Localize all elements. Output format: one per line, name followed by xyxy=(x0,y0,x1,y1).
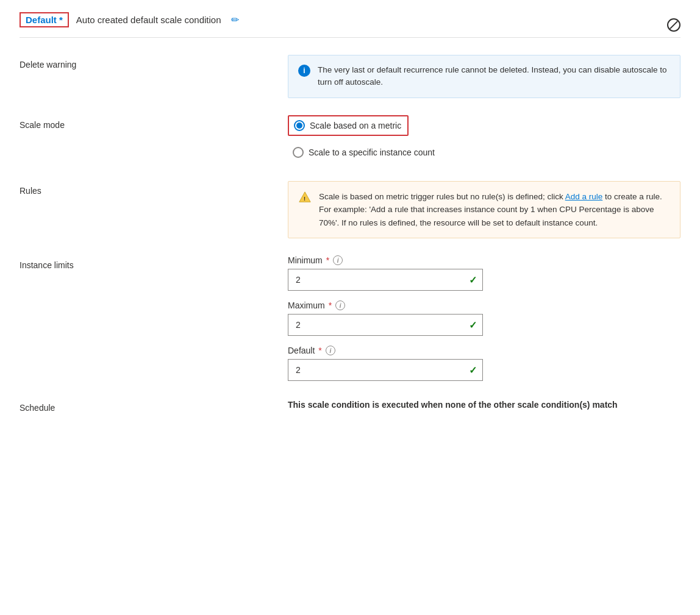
instance-limits-label: Instance limits xyxy=(20,255,288,270)
scale-metric-option[interactable]: Scale based on a metric xyxy=(288,115,680,136)
minimum-required: * xyxy=(326,255,329,265)
default-limit-info-icon[interactable]: i xyxy=(326,346,335,355)
maximum-info-icon[interactable]: i xyxy=(335,300,345,310)
rules-text-before-link: Scale is based on metric trigger rules b… xyxy=(319,192,565,201)
edit-icon[interactable]: ✏ xyxy=(231,14,239,26)
minimum-label-row: Minimum * i xyxy=(288,255,680,265)
minimum-field: Minimum * i ✓ xyxy=(288,255,680,291)
rules-content: ! Scale is based on metric trigger rules… xyxy=(288,181,680,239)
schedule-content: This scale condition is executed when no… xyxy=(288,398,680,411)
default-field: Default * i ✓ xyxy=(288,346,680,381)
minimum-info-icon[interactable]: i xyxy=(333,255,343,265)
rules-label: Rules xyxy=(20,181,288,196)
instance-limits-content: Minimum * i ✓ Maximum * i xyxy=(288,255,680,381)
scale-instance-radio[interactable] xyxy=(293,147,304,158)
scale-metric-radio[interactable] xyxy=(294,120,305,131)
scale-mode-row: Scale mode Scale based on a metric Scale… xyxy=(20,115,680,164)
warning-triangle-icon: ! xyxy=(298,191,312,204)
delete-warning-text: The very last or default recurrence rule… xyxy=(318,64,670,89)
delete-warning-row: Delete warning i The very last or defaul… xyxy=(20,55,680,98)
page-container: Default * Auto created default scale con… xyxy=(0,0,700,615)
default-limit-label: Default xyxy=(288,346,315,355)
scale-metric-wrapper[interactable]: Scale based on a metric xyxy=(288,115,409,136)
schedule-label: Schedule xyxy=(20,398,288,413)
minimum-checkmark: ✓ xyxy=(469,274,477,286)
rules-row: Rules ! Scale is based on metric trigger… xyxy=(20,181,680,239)
scale-metric-label: Scale based on a metric xyxy=(310,121,401,130)
delete-warning-content: i The very last or default recurrence ru… xyxy=(288,55,680,98)
schedule-text: This scale condition is executed when no… xyxy=(288,398,680,411)
minimum-input[interactable] xyxy=(288,269,483,291)
default-checkmark: ✓ xyxy=(469,364,477,376)
scale-instance-wrapper[interactable]: Scale to a specific instance count xyxy=(288,143,441,162)
instance-limits-row: Instance limits Minimum * i ✓ xyxy=(20,255,680,381)
default-badge: Default * xyxy=(20,12,69,27)
default-input-wrapper: ✓ xyxy=(288,359,483,381)
rules-warning-box: ! Scale is based on metric trigger rules… xyxy=(288,181,680,239)
schedule-row: Schedule This scale condition is execute… xyxy=(20,398,680,413)
maximum-input-wrapper: ✓ xyxy=(288,314,483,336)
default-limit-required: * xyxy=(318,346,321,355)
maximum-label: Maximum xyxy=(288,300,325,310)
maximum-label-row: Maximum * i xyxy=(288,300,680,310)
minimum-label: Minimum xyxy=(288,255,323,265)
instance-limits-group: Minimum * i ✓ Maximum * i xyxy=(288,255,680,381)
maximum-input[interactable] xyxy=(288,314,483,336)
maximum-field: Maximum * i ✓ xyxy=(288,300,680,336)
rules-warning-text: Scale is based on metric trigger rules b… xyxy=(319,190,670,230)
info-icon: i xyxy=(298,65,310,77)
delete-warning-info-box: i The very last or default recurrence ru… xyxy=(288,55,680,98)
default-input[interactable] xyxy=(288,359,483,381)
scale-mode-content: Scale based on a metric Scale to a speci… xyxy=(288,115,680,162)
scale-mode-label: Scale mode xyxy=(20,115,288,130)
scale-instance-option[interactable]: Scale to a specific instance count xyxy=(288,143,680,162)
add-rule-link[interactable]: Add a rule xyxy=(565,192,603,201)
header-row: Default * Auto created default scale con… xyxy=(20,12,680,38)
minimum-input-wrapper: ✓ xyxy=(288,269,483,291)
delete-warning-label: Delete warning xyxy=(20,55,288,69)
default-limit-label-row: Default * i xyxy=(288,346,680,355)
disable-icon[interactable] xyxy=(667,18,680,32)
scale-instance-label: Scale to a specific instance count xyxy=(309,148,435,157)
header-title: Auto created default scale condition xyxy=(76,15,221,25)
svg-text:!: ! xyxy=(304,195,305,201)
maximum-required: * xyxy=(329,300,332,310)
maximum-checkmark: ✓ xyxy=(469,319,477,331)
